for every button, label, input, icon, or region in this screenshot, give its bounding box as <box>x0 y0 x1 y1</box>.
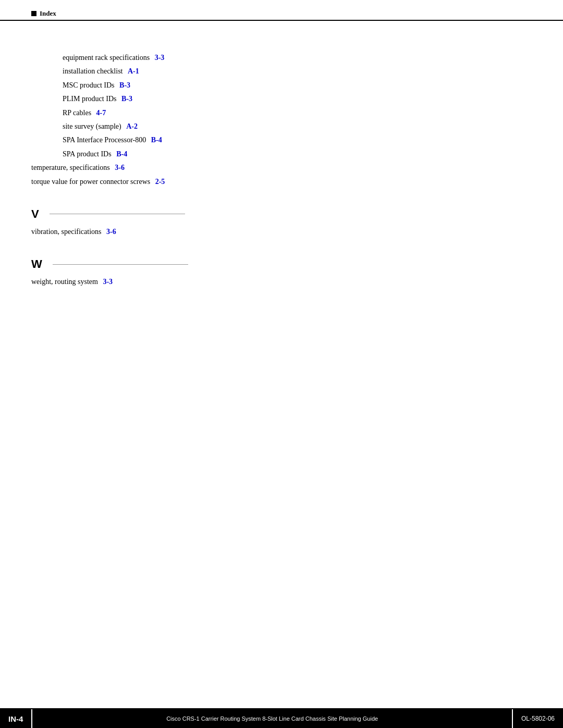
entry-weight-routing: weight, routing system 3-3 <box>31 276 532 288</box>
section-w-header: W <box>31 257 532 271</box>
entry-equipment-rack: equipment rack specifications 3-3 <box>63 52 532 64</box>
entry-link-vibration-specs[interactable]: 3-6 <box>106 228 116 236</box>
footer-page-number: IN-4 <box>0 709 32 728</box>
entry-text-weight-routing: weight, routing system <box>31 278 98 286</box>
entry-temperature-specs: temperature, specifications 3-6 <box>31 162 532 174</box>
entry-spa-interface-processor: SPA Interface Processor-800 B-4 <box>63 134 532 146</box>
section-w-divider <box>53 264 188 265</box>
entry-text-site-survey: site survey (sample) <box>63 122 121 130</box>
entry-vibration-specs: vibration, specifications 3-6 <box>31 226 532 238</box>
page-container: Index equipment rack specifications 3-3 … <box>0 0 563 728</box>
entry-text-msc-product-ids: MSC product IDs <box>63 81 115 89</box>
entry-text-spa-interface-processor: SPA Interface Processor-800 <box>63 136 146 144</box>
entry-text-equipment-rack: equipment rack specifications <box>63 54 150 61</box>
index-entries: equipment rack specifications 3-3 instal… <box>31 52 532 188</box>
entry-link-weight-routing[interactable]: 3-3 <box>103 278 113 286</box>
entry-link-plim-product-ids[interactable]: B-3 <box>121 95 132 103</box>
section-w-entries: weight, routing system 3-3 <box>31 276 532 288</box>
header: Index <box>31 9 56 18</box>
header-square-icon <box>31 11 36 16</box>
entry-link-site-survey[interactable]: A-2 <box>126 122 138 130</box>
entry-rp-cables: RP cables 4-7 <box>63 107 532 119</box>
entry-text-plim-product-ids: PLIM product IDs <box>63 95 116 103</box>
entry-torque-value: torque value for power connector screws … <box>31 176 532 188</box>
entry-text-vibration-specs: vibration, specifications <box>31 228 102 236</box>
entry-text-torque-value: torque value for power connector screws <box>31 178 150 186</box>
entry-msc-product-ids: MSC product IDs B-3 <box>63 80 532 91</box>
entry-link-rp-cables[interactable]: 4-7 <box>96 109 106 117</box>
footer: IN-4 Cisco CRS-1 Carrier Routing System … <box>0 709 563 728</box>
entry-link-installation-checklist[interactable]: A-1 <box>128 67 139 75</box>
footer-doc-number: OL-5802-06 <box>512 709 563 728</box>
entry-site-survey: site survey (sample) A-2 <box>63 121 532 132</box>
entry-link-temperature-specs[interactable]: 3-6 <box>115 164 125 171</box>
entry-link-equipment-rack[interactable]: 3-3 <box>155 54 165 61</box>
entry-spa-product-ids: SPA product IDs B-4 <box>63 149 532 160</box>
top-border <box>0 20 563 21</box>
entry-link-spa-interface-processor[interactable]: B-4 <box>151 136 162 144</box>
entry-text-spa-product-ids: SPA product IDs <box>63 150 112 158</box>
section-v-letter: V <box>31 207 39 221</box>
entry-plim-product-ids: PLIM product IDs B-3 <box>63 93 532 105</box>
entry-text-rp-cables: RP cables <box>63 109 91 117</box>
entry-link-torque-value[interactable]: 2-5 <box>155 178 165 186</box>
section-v-header: V <box>31 207 532 221</box>
section-v-entries: vibration, specifications 3-6 <box>31 226 532 238</box>
entry-link-msc-product-ids[interactable]: B-3 <box>119 81 130 89</box>
main-content: equipment rack specifications 3-3 instal… <box>31 31 532 290</box>
section-v-divider <box>50 214 185 214</box>
entry-installation-checklist: installation checklist A-1 <box>63 66 532 77</box>
footer-center-text: Cisco CRS-1 Carrier Routing System 8-Slo… <box>32 715 512 722</box>
entry-text-installation-checklist: installation checklist <box>63 67 123 75</box>
entry-text-temperature-specs: temperature, specifications <box>31 164 110 171</box>
section-w-letter: W <box>31 257 42 271</box>
entry-link-spa-product-ids[interactable]: B-4 <box>116 150 127 158</box>
header-title: Index <box>40 9 56 18</box>
